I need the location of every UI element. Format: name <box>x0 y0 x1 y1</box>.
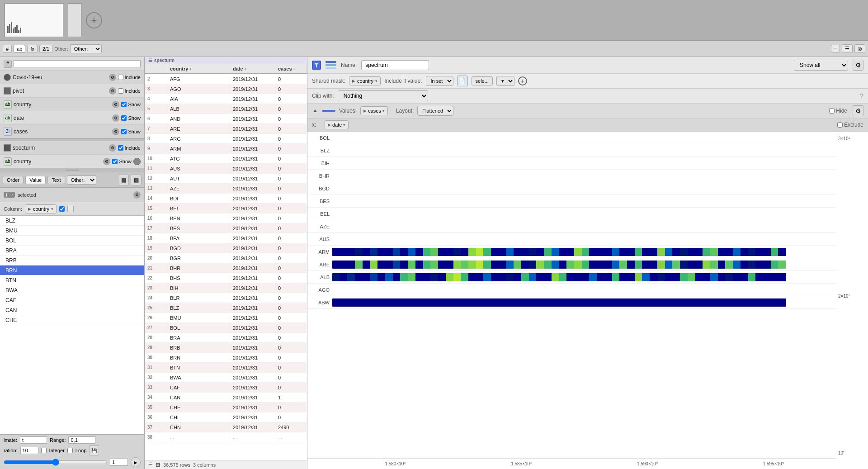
table-row[interactable]: 8 ARG 2019/12/31 0 <box>145 134 307 144</box>
table-row[interactable]: 16 BEN 2019/12/31 0 <box>145 213 307 223</box>
country-show-checkbox[interactable] <box>121 102 127 107</box>
hash-field-input[interactable] <box>14 60 141 67</box>
sele-button[interactable]: sele... <box>472 76 493 85</box>
table-row[interactable]: 35 CHE 2019/12/31 0 <box>145 403 307 412</box>
covid-include-check[interactable]: Include <box>118 75 141 80</box>
other-dropdown[interactable]: Other: <box>70 44 102 53</box>
table-row[interactable]: 17 BES 2019/12/31 0 <box>145 223 307 233</box>
pivot-include-check[interactable]: Include <box>118 88 141 94</box>
list-item[interactable]: CHE <box>0 315 144 325</box>
add-mask-button[interactable]: + <box>518 76 527 85</box>
layout-dropdown[interactable]: Flattened <box>417 106 453 116</box>
column-dropdown[interactable]: ▶ country ▾ <box>25 204 57 213</box>
table-row[interactable]: 4 AIA 2019/12/31 0 <box>145 94 307 104</box>
table-row[interactable]: 19 BGD 2019/12/31 0 <box>145 243 307 253</box>
table-row[interactable]: 27 BOL 2019/12/31 0 <box>145 323 307 333</box>
pivot-include-checkbox[interactable] <box>118 88 123 94</box>
date-dropdown[interactable]: ▶ date ▾ <box>325 120 349 129</box>
table-row[interactable]: 31 BTN 2019/12/31 0 <box>145 363 307 373</box>
circle-icon[interactable]: ◎ <box>854 44 865 53</box>
in-set-dropdown[interactable]: In set <box>426 76 453 86</box>
country-show-check[interactable]: Show <box>121 102 141 107</box>
clip-dropdown[interactable]: Nothing <box>338 90 428 101</box>
values-gear-button[interactable]: ⚙ <box>853 105 863 116</box>
value-button[interactable]: Value <box>25 176 46 184</box>
list-item[interactable]: BRN <box>0 265 144 275</box>
range-input[interactable] <box>68 436 95 444</box>
mask-country-dropdown[interactable]: ▶ country ▾ <box>349 76 381 85</box>
21-button[interactable]: 2/1 <box>39 45 52 53</box>
show-all-dropdown[interactable]: Show all <box>794 60 848 71</box>
filter-other-dropdown[interactable]: Other: <box>67 175 96 185</box>
fx-button[interactable]: fx <box>27 45 38 53</box>
list-item[interactable]: BTN <box>0 275 144 285</box>
specturm-include-checkbox[interactable] <box>118 145 123 151</box>
list-item[interactable]: BRA <box>0 246 144 256</box>
table-row[interactable]: 15 BEL 2019/12/31 0 <box>145 204 307 213</box>
country2-remove-icon[interactable] <box>133 158 141 165</box>
list-item[interactable]: BRB <box>0 256 144 265</box>
th-country[interactable]: country ↕ <box>167 64 230 73</box>
grid-view-icon[interactable]: ▦ <box>118 175 129 185</box>
animation-slider[interactable] <box>4 459 107 465</box>
values-toggle[interactable] <box>312 108 318 114</box>
specturm-include-check[interactable]: Include <box>118 145 141 151</box>
order-button[interactable]: Order <box>3 176 24 184</box>
table-row[interactable]: 9 ARM 2019/12/31 0 <box>145 144 307 154</box>
date-gear-icon[interactable]: ⚙ <box>112 114 119 122</box>
cases-gear-icon[interactable]: ⚙ <box>112 128 119 135</box>
list-item[interactable]: CAN <box>0 305 144 315</box>
table-row[interactable]: 3 AGO 2019/12/31 0 <box>145 84 307 94</box>
table-row[interactable]: 7 ARE 2019/12/31 0 <box>145 124 307 134</box>
date-show-check[interactable]: Show <box>121 115 141 121</box>
table-row[interactable]: 2 AFG 2019/12/31 0 <box>145 74 307 84</box>
slider-value-input[interactable] <box>110 459 128 466</box>
table-row[interactable]: 13 AZE 2019/12/31 0 <box>145 184 307 194</box>
expand-handle[interactable] <box>0 168 144 172</box>
list-item[interactable]: BLZ <box>0 216 144 226</box>
table-row[interactable]: 37 CHN 2019/12/31 2490 <box>145 422 307 432</box>
list-item[interactable]: BWA <box>0 285 144 295</box>
list-icon-2[interactable]: ☰ <box>842 44 853 53</box>
table-row[interactable]: 32 BWA 2019/12/31 0 <box>145 373 307 383</box>
table-row[interactable]: 23 BIH 2019/12/31 0 <box>145 283 307 293</box>
loop-checkbox[interactable] <box>67 448 73 453</box>
country2-show-check[interactable]: Show <box>112 159 132 164</box>
table-row[interactable]: 6 AND 2019/12/31 0 <box>145 114 307 124</box>
rp-name-input[interactable] <box>361 60 429 70</box>
list-item[interactable]: BOL <box>0 236 144 246</box>
ab-button[interactable]: ab <box>14 45 25 53</box>
covid-include-checkbox[interactable] <box>118 75 123 80</box>
pivot-gear-icon[interactable]: ⚙ <box>109 87 116 95</box>
sele-dropdown[interactable]: ▾ <box>496 76 514 86</box>
country2-gear-icon[interactable]: ⚙ <box>103 158 110 165</box>
table-row[interactable]: 21 BHR 2019/12/31 0 <box>145 263 307 273</box>
cases-show-checkbox[interactable] <box>121 129 127 134</box>
list-area[interactable]: BLZBMUBOLBRABRBBRNBTNBWACAFCANCHE <box>0 216 144 434</box>
cases-show-check[interactable]: Show <box>121 129 141 134</box>
col-checkbox[interactable] <box>59 206 65 212</box>
table-row[interactable]: 10 ATG 2019/12/31 0 <box>145 154 307 164</box>
filter-gear-icon[interactable]: ⚙ <box>133 191 141 199</box>
country-gear-icon[interactable]: ⚙ <box>112 101 119 108</box>
list-item[interactable]: BMU <box>0 226 144 236</box>
estimate-input[interactable] <box>20 436 47 444</box>
hide-checkbox[interactable] <box>829 108 835 114</box>
list-view-icon[interactable]: ▤ <box>131 175 142 185</box>
play-button[interactable]: ▶ <box>131 457 141 467</box>
table-row[interactable]: 18 BFA 2019/12/31 0 <box>145 233 307 243</box>
table-row[interactable]: 29 BRB 2019/12/31 0 <box>145 343 307 353</box>
table-row[interactable]: 22 BHS 2019/12/31 0 <box>145 273 307 283</box>
iteration-input[interactable] <box>20 447 38 454</box>
table-row[interactable]: 12 AUT 2019/12/31 0 <box>145 174 307 184</box>
exclude-checkbox[interactable] <box>837 122 843 128</box>
save-button[interactable]: 💾 <box>89 445 99 455</box>
hash-button[interactable]: # <box>3 45 12 53</box>
table-row[interactable]: 30 BRN 2019/12/31 0 <box>145 353 307 363</box>
cases-dropdown[interactable]: ▶ cases ▾ <box>360 106 388 115</box>
table-row[interactable]: 25 BLZ 2019/12/31 0 <box>145 303 307 313</box>
add-button[interactable]: + <box>86 12 102 28</box>
list-icon-1[interactable]: ≡ <box>831 45 840 53</box>
th-cases[interactable]: cases ↕ <box>275 64 307 73</box>
covid-gear-icon[interactable]: ⚙ <box>109 74 116 81</box>
